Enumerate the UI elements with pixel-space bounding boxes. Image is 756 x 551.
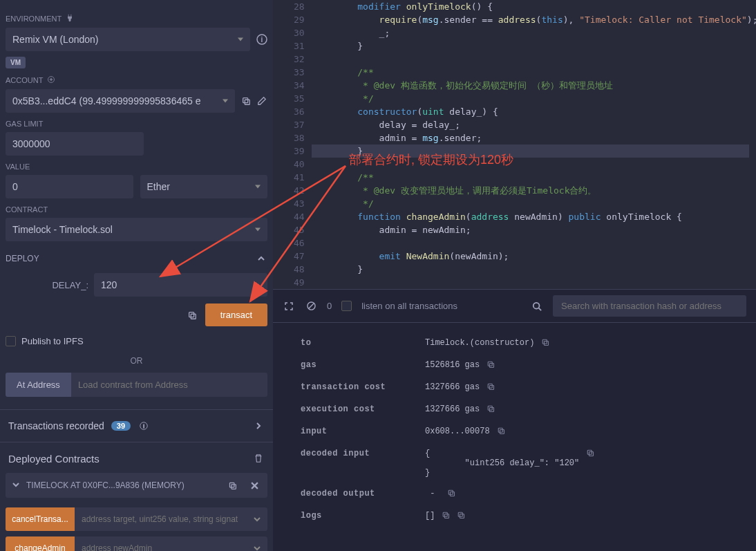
copy-icon[interactable] — [486, 404, 495, 415]
gas-limit-label: GAS LIMIT — [6, 120, 267, 128]
deploy-label: DEPLOY — [6, 254, 39, 263]
svg-rect-19 — [488, 406, 492, 410]
svg-rect-6 — [191, 314, 196, 319]
collapse-icon[interactable] — [255, 252, 267, 265]
term-val-7: [] — [425, 511, 728, 522]
annotation-text: 部署合约时, 锁定期设为120秒 — [349, 153, 513, 167]
svg-text:i: i — [261, 36, 263, 44]
value-amount-input[interactable] — [6, 175, 133, 198]
expand-icon[interactable] — [283, 300, 295, 312]
at-address-button[interactable]: At Address — [6, 373, 71, 397]
chevron-right-icon[interactable] — [252, 420, 265, 432]
function-expand-0[interactable] — [247, 507, 267, 531]
contract-select[interactable]: Timelock - Timelock.sol — [6, 218, 267, 241]
function-button-1[interactable]: changeAdmin — [6, 536, 75, 551]
account-select[interactable]: 0x5B3...eddC4 (99.499999999995836465 e — [6, 89, 235, 113]
svg-rect-14 — [545, 342, 549, 346]
copy-icon[interactable] — [541, 338, 549, 349]
plug-icon — [66, 14, 74, 24]
deployed-contracts-label: Deployed Contracts — [8, 453, 100, 465]
copy-icon[interactable] — [586, 449, 594, 460]
terminal-output[interactable]: toTimelock.(constructor)gas1526816 gastr… — [273, 323, 756, 551]
function-input-0[interactable] — [75, 507, 247, 531]
term-val-3: 1327666 gas — [425, 404, 728, 415]
edit-icon[interactable] — [256, 95, 267, 107]
copy-icon[interactable] — [447, 489, 455, 500]
deploy-sidebar: ENVIRONMENT Remix VM (London) i VM ACCOU… — [0, 0, 273, 551]
info-icon[interactable]: i — [138, 420, 150, 432]
term-key-5: decoded input — [301, 449, 425, 458]
plus-icon[interactable] — [47, 75, 55, 85]
svg-rect-9 — [229, 483, 234, 487]
function-expand-1[interactable] — [247, 536, 267, 551]
svg-rect-3 — [243, 98, 247, 103]
contract-label: CONTRACT — [6, 205, 267, 214]
tx-recorded-label: Transactions recorded — [8, 420, 104, 431]
search-icon[interactable] — [531, 300, 543, 312]
environment-select[interactable]: Remix VM (London) — [6, 28, 250, 51]
svg-rect-24 — [589, 452, 594, 456]
svg-rect-30 — [460, 514, 464, 519]
term-key-7: logs — [301, 511, 425, 521]
term-val-6: - — [425, 489, 728, 500]
term-key-6: decoded output — [301, 489, 425, 498]
value-unit-select[interactable]: Ether — [140, 175, 268, 198]
term-val-0: Timelock.(constructor) — [425, 338, 728, 349]
svg-rect-28 — [445, 514, 449, 519]
code-editor[interactable]: 2829303132333435363738394041424344454647… — [273, 0, 756, 289]
function-button-0[interactable]: cancelTransa... — [6, 507, 75, 531]
svg-text:i: i — [143, 423, 144, 429]
svg-rect-13 — [543, 339, 547, 344]
clear-icon[interactable] — [305, 300, 317, 312]
publish-ipfs-checkbox[interactable] — [6, 336, 16, 346]
gas-limit-input[interactable] — [6, 132, 144, 156]
terminal-search-input[interactable] — [553, 295, 746, 317]
term-val-1: 1526816 gas — [425, 360, 728, 371]
svg-rect-26 — [450, 492, 454, 496]
copy-icon[interactable] — [442, 511, 450, 522]
svg-rect-15 — [488, 362, 492, 366]
chevron-down-icon[interactable] — [12, 480, 19, 490]
svg-rect-22 — [500, 430, 504, 434]
svg-rect-27 — [444, 512, 448, 516]
copy-icon[interactable] — [240, 95, 252, 107]
term-key-3: execution cost — [301, 404, 425, 414]
value-label: VALUE — [6, 162, 267, 171]
delay-param-input[interactable] — [94, 273, 267, 297]
contract-instance[interactable]: TIMELOCK AT 0X0FC...9A836 (MEMORY) — [6, 473, 267, 498]
copy-icon[interactable] — [497, 427, 505, 438]
term-key-4: input — [301, 427, 425, 436]
instance-name: TIMELOCK AT 0X0FC...9A836 (MEMORY) — [26, 480, 185, 490]
svg-rect-4 — [245, 100, 249, 104]
listen-checkbox[interactable] — [341, 301, 352, 311]
svg-rect-25 — [448, 490, 453, 494]
function-input-1[interactable] — [75, 536, 247, 551]
pending-count: 0 — [327, 301, 332, 311]
account-label: ACCOUNT — [6, 75, 267, 85]
tx-count-badge: 39 — [111, 421, 131, 431]
terminal-panel: 0 listen on all transactions toTimelock.… — [273, 289, 756, 551]
delay-param-label: DELAY_: — [6, 280, 88, 290]
term-key-1: gas — [301, 360, 425, 370]
svg-rect-23 — [588, 450, 592, 454]
copy-icon[interactable] — [457, 511, 465, 522]
term-key-2: transaction cost — [301, 382, 425, 392]
copy-icon[interactable] — [226, 479, 238, 492]
trash-icon[interactable] — [252, 452, 265, 465]
info-icon[interactable]: i — [256, 33, 267, 46]
copy-icon[interactable] — [486, 360, 495, 371]
copy-icon[interactable] — [486, 382, 495, 393]
copy-params-icon[interactable] — [186, 309, 198, 321]
at-address-input[interactable] — [71, 373, 267, 397]
listen-label: listen on all transactions — [361, 301, 457, 311]
svg-rect-20 — [490, 408, 494, 412]
vm-badge: VM — [6, 57, 26, 68]
transact-button[interactable]: transact — [205, 303, 267, 326]
svg-rect-29 — [459, 512, 463, 516]
or-divider: OR — [6, 356, 267, 366]
term-key-0: to — [301, 338, 425, 348]
close-icon[interactable] — [248, 479, 261, 492]
svg-rect-10 — [231, 484, 236, 489]
svg-rect-16 — [490, 364, 494, 368]
term-val-5: { "uint256 delay_": "120" } — [425, 449, 728, 478]
